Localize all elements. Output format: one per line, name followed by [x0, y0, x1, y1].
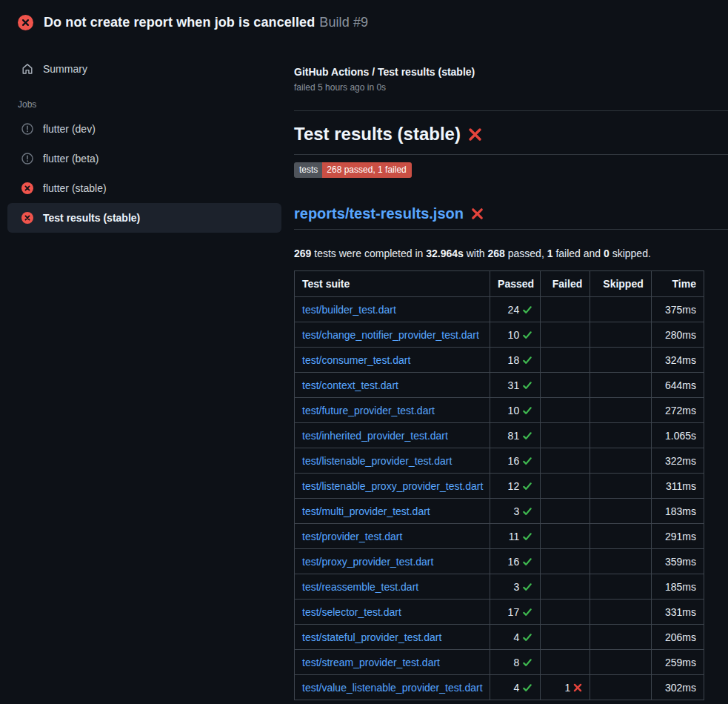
skipped-cell	[590, 600, 652, 625]
failed-cell	[541, 474, 590, 499]
failed-cell	[541, 322, 590, 348]
table-row: test/reassemble_test.dart3 185ms	[295, 574, 704, 600]
suite-link[interactable]: test/future_provider_test.dart	[302, 405, 435, 416]
skipped-cell	[590, 675, 652, 700]
report-link[interactable]: reports/test-results.json	[294, 203, 464, 224]
column-header-passed: Passed	[490, 271, 541, 297]
passed-cell: 16	[490, 549, 541, 574]
skipped-cell	[590, 499, 652, 524]
time-cell: 280ms	[651, 322, 704, 348]
table-row: test/value_listenable_provider_test.dart…	[295, 675, 704, 700]
sidebar-item-test-results-stable[interactable]: Test results (stable)	[7, 203, 281, 233]
results-table: Test suite Passed Failed Skipped Time te…	[294, 270, 704, 700]
table-header-row: Test suite Passed Failed Skipped Time	[295, 271, 704, 297]
passed-cell: 10	[490, 398, 541, 423]
failed-x-icon	[468, 127, 482, 142]
divider	[294, 110, 728, 111]
jobs-section-label: Jobs	[7, 99, 281, 111]
suite-link[interactable]: test/change_notifier_provider_test.dart	[302, 329, 479, 341]
suite-cell: test/change_notifier_provider_test.dart	[295, 322, 490, 348]
time-cell: 302ms	[651, 675, 704, 700]
suite-link[interactable]: test/stateful_provider_test.dart	[302, 631, 441, 643]
sidebar-item-flutter-beta[interactable]: flutter (beta)	[7, 144, 281, 173]
summary-segment: 268	[488, 248, 505, 259]
sidebar-item-flutter-stable[interactable]: flutter (stable)	[7, 173, 281, 203]
suite-link[interactable]: test/value_listenable_provider_test.dart	[302, 682, 483, 694]
time-cell: 206ms	[651, 625, 704, 650]
build-number: Build #9	[319, 15, 368, 30]
passed-cell: 24	[490, 297, 541, 322]
table-row: test/context_test.dart31 644ms	[295, 373, 704, 398]
suite-cell: test/consumer_test.dart	[295, 348, 490, 373]
time-cell: 375ms	[651, 297, 704, 322]
failed-icon	[21, 182, 33, 194]
passed-cell: 12	[490, 474, 541, 499]
column-header-test-suite: Test suite	[295, 271, 490, 297]
badge-value: 268 passed, 1 failed	[322, 162, 411, 178]
summary-segment: 32.964s	[426, 248, 464, 259]
failed-cell: 1	[541, 675, 590, 700]
sidebar-item-flutter-dev[interactable]: flutter (dev)	[7, 114, 281, 144]
failed-cell	[541, 549, 590, 574]
summary-segment: 1	[547, 248, 553, 259]
suite-link[interactable]: test/reassemble_test.dart	[302, 581, 418, 593]
suite-cell: test/inherited_provider_test.dart	[295, 423, 490, 448]
suite-link[interactable]: test/listenable_proxy_provider_test.dart	[302, 480, 483, 492]
summary-segment: with	[464, 248, 488, 259]
check-icon	[522, 506, 532, 517]
time-cell: 291ms	[651, 524, 704, 549]
suite-link[interactable]: test/listenable_provider_test.dart	[302, 455, 452, 467]
summary-segment: 0	[604, 248, 610, 259]
check-icon	[522, 582, 532, 592]
skipped-cell	[590, 474, 652, 499]
check-icon	[522, 330, 532, 340]
passed-cell: 11	[490, 524, 541, 549]
check-icon	[522, 607, 532, 617]
suite-link[interactable]: test/selector_test.dart	[302, 606, 401, 618]
run-header: Do not create report when job is cancell…	[0, 0, 728, 41]
skipped-cell	[590, 574, 652, 600]
check-icon	[522, 632, 532, 642]
suite-link[interactable]: test/proxy_provider_test.dart	[302, 556, 433, 568]
time-cell: 322ms	[651, 448, 704, 474]
suite-cell: test/provider_test.dart	[295, 524, 490, 549]
sidebar-item-summary[interactable]: Summary	[7, 56, 281, 82]
suite-cell: test/selector_test.dart	[295, 600, 490, 625]
failed-cell	[541, 373, 590, 398]
summary-segment: failed and	[553, 248, 604, 259]
x-icon	[573, 683, 582, 692]
table-row: test/builder_test.dart24 375ms	[295, 297, 704, 322]
time-cell: 183ms	[651, 499, 704, 524]
check-icon	[522, 405, 532, 416]
suite-link[interactable]: test/context_test.dart	[302, 379, 398, 391]
suite-link[interactable]: test/builder_test.dart	[302, 304, 396, 316]
table-row: test/provider_test.dart11 291ms	[295, 524, 704, 549]
skipped-cell	[590, 549, 652, 574]
sidebar-item-label: Summary	[43, 63, 87, 75]
run-failed-icon	[18, 15, 33, 30]
suite-cell: test/listenable_proxy_provider_test.dart	[295, 474, 490, 499]
check-icon	[522, 683, 532, 693]
suite-link[interactable]: test/inherited_provider_test.dart	[302, 430, 448, 442]
sidebar-item-label: Test results (stable)	[43, 212, 140, 224]
summary-line: 269 tests were completed in 32.964s with…	[294, 246, 728, 262]
cancelled-icon	[21, 153, 33, 165]
failed-cell	[541, 448, 590, 474]
failed-icon	[21, 212, 33, 224]
failed-cell	[541, 625, 590, 650]
passed-cell: 4	[490, 625, 541, 650]
failed-cell	[541, 398, 590, 423]
suite-cell: test/multi_provider_test.dart	[295, 499, 490, 524]
suite-link[interactable]: test/stream_provider_test.dart	[302, 657, 440, 668]
sidebar-item-label: flutter (stable)	[43, 182, 107, 194]
skipped-cell	[590, 448, 652, 474]
suite-link[interactable]: test/multi_provider_test.dart	[302, 505, 430, 517]
check-icon	[522, 431, 532, 441]
suite-link[interactable]: test/consumer_test.dart	[302, 354, 410, 366]
badge-label: tests	[294, 162, 322, 178]
passed-cell: 4	[490, 675, 541, 700]
suite-link[interactable]: test/provider_test.dart	[302, 531, 402, 542]
check-icon	[522, 380, 532, 391]
run-status-text: failed 5 hours ago in 0s	[294, 81, 728, 94]
section-title-text: Test results (stable)	[294, 123, 461, 145]
